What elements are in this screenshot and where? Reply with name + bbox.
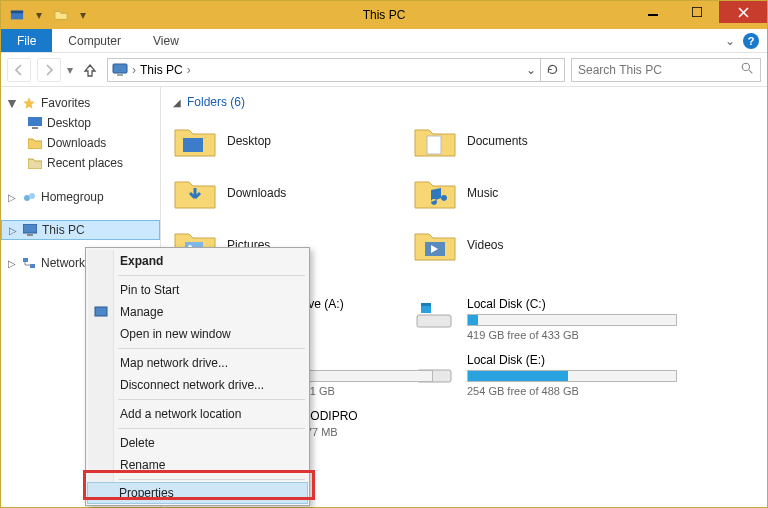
- desktop-icon: [27, 115, 43, 131]
- tree-homegroup[interactable]: ▷ Homegroup: [1, 187, 160, 207]
- back-button[interactable]: [7, 58, 31, 82]
- tab-view[interactable]: View: [137, 29, 195, 52]
- folder-icon: [173, 121, 217, 161]
- ctx-pin-to-start[interactable]: Pin to Start: [88, 279, 307, 301]
- ctx-manage[interactable]: Manage: [88, 301, 307, 323]
- collapse-icon[interactable]: ◢: [173, 97, 181, 108]
- ctx-add-network-location[interactable]: Add a network location: [88, 403, 307, 425]
- ctx-open-new-window[interactable]: Open in new window: [88, 323, 307, 345]
- this-pc-icon: [22, 222, 38, 238]
- svg-point-6: [742, 63, 749, 70]
- qat-more-icon[interactable]: ▾: [73, 5, 93, 25]
- tab-computer[interactable]: Computer: [52, 29, 137, 52]
- network-icon: [21, 255, 37, 271]
- ctx-separator: [118, 428, 305, 429]
- ctx-properties[interactable]: Properties: [87, 482, 308, 504]
- collapse-icon[interactable]: ⯆: [7, 98, 17, 109]
- qat-dropdown-icon[interactable]: ▾: [29, 5, 49, 25]
- breadcrumb-this-pc[interactable]: This PC: [140, 63, 183, 77]
- folder-music[interactable]: Music: [413, 167, 653, 219]
- hdd-icon: [413, 297, 457, 333]
- qat-properties-icon[interactable]: [7, 5, 27, 25]
- folder-label: Documents: [467, 134, 528, 148]
- titlebar: ▾ ▾ This PC: [1, 1, 767, 29]
- recent-locations-icon[interactable]: ▾: [67, 63, 73, 77]
- svg-rect-1: [11, 11, 23, 14]
- search-box[interactable]: [571, 58, 761, 82]
- this-pc-icon: [112, 62, 128, 78]
- svg-rect-31: [95, 307, 107, 316]
- svg-rect-12: [23, 224, 37, 233]
- breadcrumb-arrow-icon[interactable]: ›: [187, 63, 191, 77]
- folder-desktop[interactable]: Desktop: [173, 115, 413, 167]
- svg-rect-8: [28, 117, 42, 126]
- up-button[interactable]: [79, 59, 101, 81]
- svg-line-7: [749, 70, 752, 73]
- tree-favorites[interactable]: ⯆ Favorites: [1, 93, 160, 113]
- folder-documents[interactable]: Documents: [413, 115, 653, 167]
- ctx-separator: [118, 399, 305, 400]
- manage-icon: [93, 304, 109, 320]
- homegroup-icon: [21, 189, 37, 205]
- explorer-window: ▾ ▾ This PC File Computer View ⌄ ?: [0, 0, 768, 508]
- svg-rect-14: [23, 258, 28, 262]
- ctx-rename[interactable]: Rename: [88, 454, 307, 476]
- svg-rect-5: [117, 74, 123, 76]
- svg-point-11: [29, 193, 35, 199]
- file-tab[interactable]: File: [1, 29, 52, 52]
- address-sep-icon[interactable]: ›: [132, 63, 136, 77]
- drive-name: Local Disk (C:): [467, 297, 677, 311]
- drive-name: Local Disk (E:): [467, 353, 677, 367]
- folder-label: Downloads: [227, 186, 286, 200]
- search-icon[interactable]: [741, 62, 754, 78]
- star-icon: [21, 95, 37, 111]
- ctx-disconnect-network-drive[interactable]: Disconnect network drive...: [88, 374, 307, 396]
- address-bar[interactable]: › This PC › ⌄: [107, 58, 541, 82]
- tree-downloads[interactable]: Downloads: [1, 133, 160, 153]
- tree-label: Downloads: [47, 136, 106, 150]
- ctx-expand[interactable]: Expand: [88, 250, 307, 272]
- svg-rect-9: [32, 127, 38, 129]
- tree-favorites-group: ⯆ Favorites Desktop Downloads Recent pla…: [1, 93, 160, 173]
- tree-label: Homegroup: [41, 190, 104, 204]
- recent-icon: [27, 155, 43, 171]
- folder-icon: [27, 135, 43, 151]
- ribbon-expand-icon[interactable]: ⌄: [725, 34, 735, 48]
- ctx-map-network-drive[interactable]: Map network drive...: [88, 352, 307, 374]
- folders-header[interactable]: ◢ Folders (6): [173, 95, 755, 109]
- expand-icon[interactable]: ▷: [7, 258, 17, 269]
- tree-recent-places[interactable]: Recent places: [1, 153, 160, 173]
- folder-downloads[interactable]: Downloads: [173, 167, 413, 219]
- window-controls: [631, 1, 767, 23]
- tree-label: This PC: [42, 223, 85, 237]
- folder-videos[interactable]: Videos: [413, 219, 653, 271]
- qat-new-folder-icon[interactable]: [51, 5, 71, 25]
- svg-rect-4: [113, 64, 127, 73]
- svg-rect-23: [417, 315, 451, 327]
- minimize-button[interactable]: [631, 1, 675, 23]
- usage-bar: [467, 370, 677, 382]
- close-button[interactable]: [719, 1, 767, 23]
- folder-icon: [413, 225, 457, 265]
- tree-label: Recent places: [47, 156, 123, 170]
- search-input[interactable]: [578, 63, 728, 77]
- ctx-delete[interactable]: Delete: [88, 432, 307, 454]
- svg-rect-17: [427, 136, 441, 154]
- refresh-button[interactable]: [541, 58, 565, 82]
- context-menu: Expand Pin to Start Manage Open in new w…: [85, 247, 310, 506]
- help-icon[interactable]: ?: [743, 33, 759, 49]
- expand-icon[interactable]: ▷: [7, 192, 17, 203]
- folder-icon: [173, 173, 217, 213]
- drive-e[interactable]: Local Disk (E:) 254 GB free of 488 GB: [413, 353, 713, 397]
- tree-this-pc[interactable]: ▷ This PC: [1, 220, 160, 240]
- svg-rect-16: [183, 138, 203, 152]
- drive-c[interactable]: Local Disk (C:) 419 GB free of 433 GB: [413, 297, 713, 341]
- expand-icon[interactable]: ▷: [8, 225, 18, 236]
- forward-button[interactable]: [37, 58, 61, 82]
- address-dropdown-icon[interactable]: ⌄: [526, 63, 536, 77]
- maximize-button[interactable]: [675, 1, 719, 23]
- tree-desktop[interactable]: Desktop: [1, 113, 160, 133]
- folder-label: Desktop: [227, 134, 271, 148]
- section-title: Folders (6): [187, 95, 245, 109]
- svg-rect-2: [648, 14, 658, 16]
